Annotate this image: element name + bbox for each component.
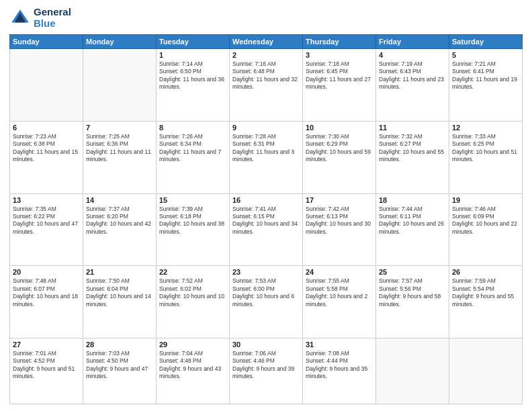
day-info: Sunrise: 7:04 AM Sunset: 4:48 PM Dayligh… bbox=[159, 350, 226, 381]
table-row: 16Sunrise: 7:41 AM Sunset: 6:15 PM Dayli… bbox=[230, 193, 303, 266]
table-row: 13Sunrise: 7:35 AM Sunset: 6:22 PM Dayli… bbox=[10, 193, 83, 266]
day-number: 14 bbox=[86, 196, 153, 204]
day-number: 20 bbox=[13, 268, 80, 276]
calendar-header-row: Sunday Monday Tuesday Wednesday Thursday… bbox=[10, 35, 523, 49]
day-info: Sunrise: 7:44 AM Sunset: 6:11 PM Dayligh… bbox=[379, 205, 446, 236]
day-info: Sunrise: 7:16 AM Sunset: 6:48 PM Dayligh… bbox=[232, 60, 300, 91]
day-info: Sunrise: 7:59 AM Sunset: 5:54 PM Dayligh… bbox=[452, 277, 519, 308]
col-monday: Monday bbox=[83, 35, 157, 49]
calendar-week-row: 13Sunrise: 7:35 AM Sunset: 6:22 PM Dayli… bbox=[10, 193, 523, 266]
day-number: 25 bbox=[379, 268, 446, 276]
table-row: 31Sunrise: 7:08 AM Sunset: 4:44 PM Dayli… bbox=[303, 338, 376, 404]
calendar-page: General Blue Sunday Monday Tuesday Wedne… bbox=[0, 0, 532, 411]
day-number: 10 bbox=[306, 124, 373, 132]
table-row: 23Sunrise: 7:53 AM Sunset: 6:00 PM Dayli… bbox=[230, 266, 303, 338]
table-row: 4Sunrise: 7:19 AM Sunset: 6:43 PM Daylig… bbox=[376, 49, 449, 122]
day-info: Sunrise: 7:50 AM Sunset: 6:04 PM Dayligh… bbox=[86, 277, 153, 308]
table-row: 7Sunrise: 7:25 AM Sunset: 6:36 PM Daylig… bbox=[83, 121, 157, 193]
day-info: Sunrise: 7:18 AM Sunset: 6:45 PM Dayligh… bbox=[306, 60, 373, 91]
calendar-week-row: 27Sunrise: 7:01 AM Sunset: 4:52 PM Dayli… bbox=[10, 338, 523, 404]
day-info: Sunrise: 7:03 AM Sunset: 4:50 PM Dayligh… bbox=[86, 350, 153, 381]
logo: General Blue bbox=[9, 7, 71, 29]
day-number: 26 bbox=[452, 268, 519, 276]
day-number: 15 bbox=[159, 196, 226, 204]
day-info: Sunrise: 7:08 AM Sunset: 4:44 PM Dayligh… bbox=[306, 350, 373, 381]
day-info: Sunrise: 7:06 AM Sunset: 4:46 PM Dayligh… bbox=[232, 350, 300, 381]
calendar-week-row: 6Sunrise: 7:23 AM Sunset: 6:38 PM Daylig… bbox=[10, 121, 523, 193]
day-info: Sunrise: 7:57 AM Sunset: 5:56 PM Dayligh… bbox=[379, 277, 446, 308]
day-number: 11 bbox=[379, 124, 446, 132]
day-info: Sunrise: 7:41 AM Sunset: 6:15 PM Dayligh… bbox=[232, 205, 300, 236]
table-row: 28Sunrise: 7:03 AM Sunset: 4:50 PM Dayli… bbox=[83, 338, 157, 404]
table-row: 10Sunrise: 7:30 AM Sunset: 6:29 PM Dayli… bbox=[303, 121, 376, 193]
day-number: 23 bbox=[232, 268, 300, 276]
day-number: 19 bbox=[452, 196, 519, 204]
col-tuesday: Tuesday bbox=[157, 35, 230, 49]
day-number: 24 bbox=[306, 268, 373, 276]
day-info: Sunrise: 7:39 AM Sunset: 6:18 PM Dayligh… bbox=[159, 205, 226, 236]
table-row: 15Sunrise: 7:39 AM Sunset: 6:18 PM Dayli… bbox=[157, 193, 230, 266]
table-row: 21Sunrise: 7:50 AM Sunset: 6:04 PM Dayli… bbox=[83, 266, 157, 338]
table-row: 6Sunrise: 7:23 AM Sunset: 6:38 PM Daylig… bbox=[10, 121, 83, 193]
table-row bbox=[83, 49, 157, 122]
table-row: 19Sunrise: 7:46 AM Sunset: 6:09 PM Dayli… bbox=[449, 193, 523, 266]
day-number: 22 bbox=[159, 268, 226, 276]
table-row: 11Sunrise: 7:32 AM Sunset: 6:27 PM Dayli… bbox=[376, 121, 449, 193]
day-info: Sunrise: 7:37 AM Sunset: 6:20 PM Dayligh… bbox=[86, 205, 153, 236]
table-row: 27Sunrise: 7:01 AM Sunset: 4:52 PM Dayli… bbox=[10, 338, 83, 404]
calendar-table: Sunday Monday Tuesday Wednesday Thursday… bbox=[9, 34, 523, 404]
day-number: 4 bbox=[379, 51, 446, 59]
day-number: 17 bbox=[306, 196, 373, 204]
day-number: 21 bbox=[86, 268, 153, 276]
table-row: 26Sunrise: 7:59 AM Sunset: 5:54 PM Dayli… bbox=[449, 266, 523, 338]
col-sunday: Sunday bbox=[10, 35, 83, 49]
calendar-week-row: 1Sunrise: 7:14 AM Sunset: 6:50 PM Daylig… bbox=[10, 49, 523, 122]
table-row: 14Sunrise: 7:37 AM Sunset: 6:20 PM Dayli… bbox=[83, 193, 157, 266]
day-number: 3 bbox=[306, 51, 373, 59]
day-number: 6 bbox=[13, 124, 80, 132]
day-number: 27 bbox=[13, 340, 80, 349]
day-number: 13 bbox=[13, 196, 80, 204]
table-row bbox=[10, 49, 83, 122]
day-info: Sunrise: 7:42 AM Sunset: 6:13 PM Dayligh… bbox=[306, 205, 373, 236]
day-info: Sunrise: 7:25 AM Sunset: 6:36 PM Dayligh… bbox=[86, 133, 153, 164]
col-friday: Friday bbox=[376, 35, 449, 49]
day-number: 12 bbox=[452, 124, 519, 132]
day-info: Sunrise: 7:52 AM Sunset: 6:02 PM Dayligh… bbox=[159, 277, 226, 308]
day-number: 1 bbox=[159, 51, 226, 59]
col-saturday: Saturday bbox=[449, 35, 523, 49]
logo-text: General Blue bbox=[34, 7, 71, 29]
table-row: 9Sunrise: 7:28 AM Sunset: 6:31 PM Daylig… bbox=[230, 121, 303, 193]
logo-icon bbox=[9, 7, 31, 29]
day-number: 30 bbox=[232, 340, 300, 349]
day-info: Sunrise: 7:23 AM Sunset: 6:38 PM Dayligh… bbox=[13, 133, 80, 164]
day-info: Sunrise: 7:26 AM Sunset: 6:34 PM Dayligh… bbox=[159, 133, 226, 164]
table-row: 5Sunrise: 7:21 AM Sunset: 6:41 PM Daylig… bbox=[449, 49, 523, 122]
day-number: 7 bbox=[86, 124, 153, 132]
col-wednesday: Wednesday bbox=[230, 35, 303, 49]
table-row: 3Sunrise: 7:18 AM Sunset: 6:45 PM Daylig… bbox=[303, 49, 376, 122]
day-info: Sunrise: 7:32 AM Sunset: 6:27 PM Dayligh… bbox=[379, 133, 446, 164]
table-row: 29Sunrise: 7:04 AM Sunset: 4:48 PM Dayli… bbox=[157, 338, 230, 404]
day-info: Sunrise: 7:33 AM Sunset: 6:25 PM Dayligh… bbox=[452, 133, 519, 164]
table-row: 8Sunrise: 7:26 AM Sunset: 6:34 PM Daylig… bbox=[157, 121, 230, 193]
day-number: 31 bbox=[306, 340, 373, 349]
day-info: Sunrise: 7:21 AM Sunset: 6:41 PM Dayligh… bbox=[452, 60, 519, 91]
day-number: 9 bbox=[232, 124, 300, 132]
table-row: 24Sunrise: 7:55 AM Sunset: 5:58 PM Dayli… bbox=[303, 266, 376, 338]
day-info: Sunrise: 7:01 AM Sunset: 4:52 PM Dayligh… bbox=[13, 350, 80, 381]
day-info: Sunrise: 7:19 AM Sunset: 6:43 PM Dayligh… bbox=[379, 60, 446, 91]
day-info: Sunrise: 7:30 AM Sunset: 6:29 PM Dayligh… bbox=[306, 133, 373, 164]
day-number: 29 bbox=[159, 340, 226, 349]
day-info: Sunrise: 7:28 AM Sunset: 6:31 PM Dayligh… bbox=[232, 133, 300, 164]
header: General Blue bbox=[9, 7, 523, 29]
table-row bbox=[376, 338, 449, 404]
table-row: 20Sunrise: 7:48 AM Sunset: 6:07 PM Dayli… bbox=[10, 266, 83, 338]
day-number: 18 bbox=[379, 196, 446, 204]
day-info: Sunrise: 7:55 AM Sunset: 5:58 PM Dayligh… bbox=[306, 277, 373, 308]
day-info: Sunrise: 7:46 AM Sunset: 6:09 PM Dayligh… bbox=[452, 205, 519, 236]
table-row: 12Sunrise: 7:33 AM Sunset: 6:25 PM Dayli… bbox=[449, 121, 523, 193]
table-row: 22Sunrise: 7:52 AM Sunset: 6:02 PM Dayli… bbox=[157, 266, 230, 338]
day-info: Sunrise: 7:53 AM Sunset: 6:00 PM Dayligh… bbox=[232, 277, 300, 308]
table-row bbox=[449, 338, 523, 404]
